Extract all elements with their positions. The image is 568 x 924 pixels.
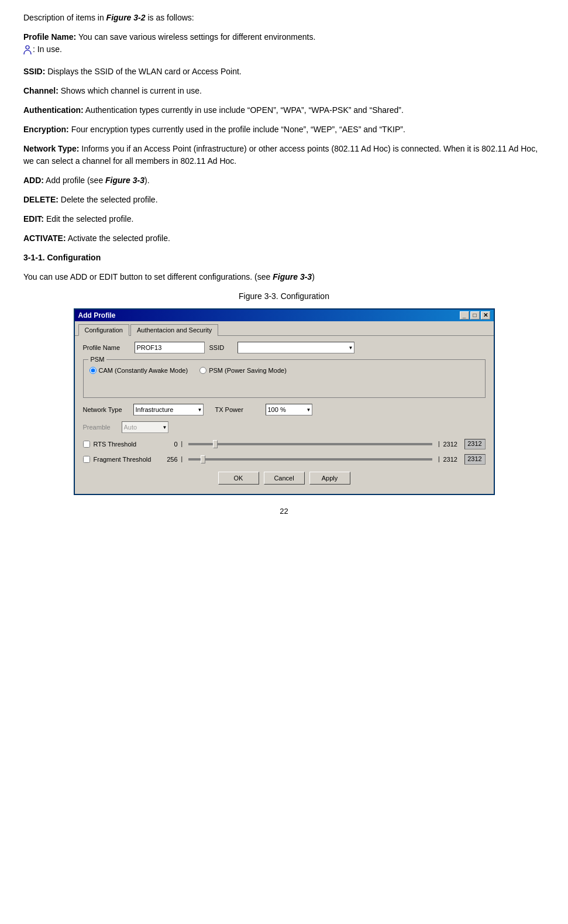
dialog-body: Profile Name SSID PSM CAM (Constantly Aw… [75, 336, 494, 494]
profile-name-input[interactable] [135, 342, 205, 353]
fragment-tick2: | [438, 456, 440, 462]
dialog-buttons: OK Cancel Apply [83, 472, 486, 488]
psm-radio-label: PSM (Power Saving Mode) [209, 367, 287, 374]
fragment-threshold-row: Fragment Threshold 256 | | 2312 2312 [83, 454, 486, 465]
dialog-wrapper: Add Profile _ □ ✕ Configuration Authenta… [23, 308, 545, 495]
fragment-label: Fragment Threshold [94, 456, 158, 463]
fragment-tick: | [181, 456, 183, 462]
rts-tick: | [181, 441, 183, 447]
cam-label: CAM (Constantly Awake Mode) [99, 367, 188, 374]
dialog-title: Add Profile [78, 311, 116, 320]
preamble-select[interactable]: Auto [122, 421, 168, 433]
authentication-section: Authentication: Authentication types cur… [23, 104, 545, 116]
preamble-select-wrapper: Auto [122, 421, 168, 433]
rts-checkbox[interactable] [83, 441, 90, 448]
figure-caption-label: Figure 3-3. [239, 291, 278, 301]
tab-configuration[interactable]: Configuration [78, 324, 129, 336]
ssid-field-label: SSID [209, 344, 233, 351]
psm-radio[interactable] [199, 367, 206, 374]
subsection-text: You can use ADD or EDIT button to set di… [23, 271, 545, 283]
edit-section: EDIT: Edit the selected profile. [23, 213, 545, 225]
ssid-label: SSID: [23, 67, 45, 76]
enc-label: Encryption: [23, 125, 69, 134]
rts-label: RTS Threshold [94, 441, 158, 448]
fragment-slider-track [188, 458, 432, 461]
preamble-field-label: Preamble [83, 424, 118, 431]
close-button[interactable]: ✕ [481, 311, 490, 320]
ssid-select[interactable] [237, 342, 354, 353]
channel-label: Channel: [23, 86, 58, 95]
channel-section: Channel: Shows which channel is current … [23, 85, 545, 97]
tx-power-select-wrapper: 100 % 50 % 25 % [266, 404, 312, 415]
network-type-pair: Network Type Infrastructure Ad Hoc [83, 404, 204, 415]
dialog-tabs: Configuration Authentacion and Security [75, 321, 494, 336]
rts-threshold-row: RTS Threshold 0 | | 2312 2312 [83, 439, 486, 449]
maximize-button[interactable]: □ [470, 311, 480, 320]
rts-slider-track [188, 443, 432, 445]
profile-name-label: Profile Name: [23, 32, 76, 42]
figure-caption-title: Configuration [278, 291, 329, 301]
network-type-section: Network Type: Informs you if an Access P… [23, 143, 545, 167]
titlebar-buttons: _ □ ✕ [460, 311, 490, 320]
network-type-select-wrapper: Infrastructure Ad Hoc [133, 404, 204, 415]
add-label: ADD: [23, 176, 44, 185]
icon-in-use: : In use. [23, 43, 62, 56]
tx-power-select[interactable]: 100 % 50 % 25 % [266, 404, 312, 415]
tx-power-field-label: TX Power [215, 406, 262, 413]
fragment-checkbox[interactable] [83, 456, 90, 463]
cam-radio-item[interactable]: CAM (Constantly Awake Mode) [89, 367, 188, 374]
network-tx-row: Network Type Infrastructure Ad Hoc TX Po… [83, 404, 486, 415]
fragment-value: 256 [161, 456, 178, 463]
intro-paragraph: Description of items in Figure 3-2 is as… [23, 12, 545, 24]
dialog-titlebar: Add Profile _ □ ✕ [75, 310, 494, 321]
cancel-button[interactable]: Cancel [264, 472, 305, 485]
delete-label: DELETE: [23, 195, 58, 204]
preamble-row: Preamble Auto [83, 421, 486, 433]
apply-button[interactable]: Apply [309, 472, 350, 485]
preamble-pair: Preamble Auto [83, 421, 168, 433]
ssid-select-wrapper [237, 342, 354, 353]
tx-power-pair: TX Power 100 % 50 % 25 % [215, 404, 312, 415]
psm-group-label: PSM [88, 356, 107, 363]
activate-section: ACTIVATE: Activate the selected profile. [23, 232, 545, 245]
figure-ref-3-3-add: Figure 3-3 [105, 176, 144, 185]
encryption-section: Encryption: Four encryption types curren… [23, 123, 545, 136]
rts-max-box: 2312 [464, 439, 486, 449]
rts-tick2: | [438, 441, 440, 447]
ssid-section: SSID: Displays the SSID of the WLAN card… [23, 66, 545, 78]
profile-name-section: Profile Name: You can save various wirel… [23, 31, 545, 59]
page-number: 22 [23, 507, 545, 516]
psm-radio-item[interactable]: PSM (Power Saving Mode) [199, 367, 287, 374]
add-section: ADD: Add profile (see Figure 3-3). [23, 174, 545, 187]
rts-max-label: 2312 [443, 441, 461, 448]
profile-ssid-row: Profile Name SSID [83, 342, 486, 353]
fragment-max-box: 2312 [464, 454, 486, 465]
network-type-label: Network Type: [23, 144, 79, 153]
activate-label: ACTIVATE: [23, 233, 66, 243]
edit-label: EDIT: [23, 214, 44, 224]
psm-groupbox: PSM CAM (Constantly Awake Mode) PSM (Pow… [83, 359, 486, 398]
ok-button[interactable]: OK [218, 472, 259, 485]
person-icon [23, 44, 32, 55]
rts-value: 0 [161, 441, 178, 448]
network-type-field-label: Network Type [83, 406, 130, 413]
delete-section: DELETE: Delete the selected profile. [23, 194, 545, 206]
figure-ref-3-2: Figure 3-2 [106, 13, 146, 22]
fragment-max-label: 2312 [443, 456, 461, 463]
psm-radio-row: CAM (Constantly Awake Mode) PSM (Power S… [89, 363, 479, 374]
minimize-button[interactable]: _ [460, 311, 469, 320]
tab-auth-security[interactable]: Authentacion and Security [130, 324, 218, 336]
profile-name-field-label: Profile Name [83, 344, 130, 351]
add-profile-dialog: Add Profile _ □ ✕ Configuration Authenta… [74, 308, 495, 495]
svg-point-0 [26, 46, 29, 49]
figure-ref-3-3-config: Figure 3-3 [273, 272, 312, 281]
network-type-select[interactable]: Infrastructure Ad Hoc [133, 404, 204, 415]
cam-radio[interactable] [89, 367, 97, 374]
auth-label: Authentication: [23, 105, 84, 115]
subsection-heading: 3-1-1. Configuration [23, 252, 545, 264]
figure-caption: Figure 3-3. Configuration [23, 290, 545, 303]
